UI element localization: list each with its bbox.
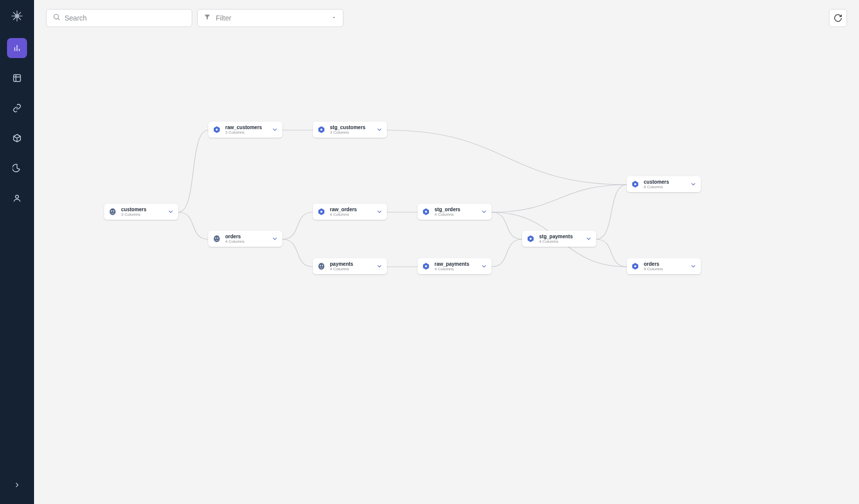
chevron-down-icon <box>331 14 337 23</box>
filter-dropdown[interactable]: Filter <box>197 9 343 27</box>
edge-orders_src-to-payments_src <box>282 239 313 267</box>
bigquery-icon <box>317 207 326 216</box>
sidebar-expand-button[interactable] <box>7 475 27 495</box>
svg-point-24 <box>530 238 532 240</box>
svg-point-17 <box>425 211 427 213</box>
node-title: raw_orders <box>330 207 376 212</box>
chevron-down-icon[interactable] <box>271 235 278 242</box>
node-title: raw_customers <box>225 125 271 130</box>
lineage-node-stg_payments[interactable]: stg_payments4 Columns <box>522 231 596 247</box>
nav-reports[interactable] <box>7 158 27 178</box>
node-title: payments <box>330 261 376 267</box>
lineage-canvas[interactable]: customers3 Columnsraw_customers3 Columns… <box>34 0 859 504</box>
node-title: customers <box>644 179 690 185</box>
sidebar <box>0 0 34 504</box>
nav-cube[interactable] <box>7 128 27 148</box>
chevron-down-icon[interactable] <box>481 208 488 215</box>
nav-tables[interactable] <box>7 68 27 88</box>
svg-point-2 <box>16 195 19 198</box>
chevron-down-icon[interactable] <box>376 126 383 133</box>
lineage-node-orders_out[interactable]: orders9 Columns <box>627 258 701 274</box>
lineage-node-raw_orders[interactable]: raw_orders4 Columns <box>313 204 387 220</box>
bigquery-icon <box>212 125 221 134</box>
node-title: orders <box>644 261 690 267</box>
edge-raw_payments-to-stg_payments <box>492 239 522 267</box>
edge-customers_src-to-raw_customers <box>178 130 208 212</box>
svg-point-13 <box>217 237 218 239</box>
node-title: stg_payments <box>539 234 585 239</box>
svg-rect-1 <box>14 75 21 82</box>
bigquery-icon <box>421 207 431 216</box>
node-subtitle: 8 Columns <box>644 185 690 189</box>
edges-layer <box>34 0 859 504</box>
edge-stg_customers-to-customers_out <box>387 130 627 185</box>
chevron-down-icon[interactable] <box>690 263 697 270</box>
node-subtitle: 4 Columns <box>330 267 376 271</box>
node-subtitle: 9 Columns <box>644 267 690 271</box>
nav-user[interactable] <box>7 188 27 208</box>
edge-stg_payments-to-customers_out <box>596 185 627 239</box>
bigquery-icon <box>631 180 640 189</box>
postgres-icon <box>317 262 326 271</box>
chevron-down-icon[interactable] <box>167 208 174 215</box>
chevron-down-icon[interactable] <box>690 181 697 188</box>
chevron-down-icon[interactable] <box>585 235 592 242</box>
chevron-down-icon[interactable] <box>271 126 278 133</box>
svg-point-22 <box>425 265 427 267</box>
svg-point-3 <box>54 15 59 19</box>
chevron-down-icon[interactable] <box>376 263 383 270</box>
postgres-icon <box>212 234 221 243</box>
svg-point-19 <box>320 265 321 266</box>
lineage-node-raw_payments[interactable]: raw_payments4 Columns <box>417 258 492 274</box>
svg-point-11 <box>214 235 220 242</box>
filter-icon <box>204 14 211 23</box>
filter-label: Filter <box>216 14 326 22</box>
edge-stg_orders-to-stg_payments <box>492 212 522 239</box>
search-box[interactable] <box>46 9 192 27</box>
bigquery-icon <box>421 262 431 271</box>
node-subtitle: 3 Columns <box>225 130 271 135</box>
svg-point-4 <box>110 208 116 215</box>
search-icon <box>53 13 61 23</box>
node-title: raw_payments <box>435 261 481 267</box>
svg-point-20 <box>322 265 323 266</box>
node-subtitle: 3 Columns <box>330 130 376 135</box>
nav-lineage[interactable] <box>7 38 27 58</box>
lineage-node-payments_src[interactable]: payments4 Columns <box>313 258 387 274</box>
bigquery-icon <box>317 125 326 134</box>
node-title: customers <box>121 207 167 212</box>
lineage-node-stg_orders[interactable]: stg_orders4 Columns <box>417 204 492 220</box>
svg-point-10 <box>320 129 322 131</box>
svg-point-15 <box>320 211 322 213</box>
node-subtitle: 3 Columns <box>121 212 167 217</box>
node-title: stg_orders <box>435 207 481 212</box>
svg-point-26 <box>634 183 636 185</box>
main-canvas-area: Filter customers3 Columnsraw_customers3 … <box>34 0 859 504</box>
lineage-node-orders_src[interactable]: orders4 Columns <box>208 231 282 247</box>
bigquery-icon <box>631 262 640 271</box>
nav-links[interactable] <box>7 98 27 118</box>
node-subtitle: 4 Columns <box>435 212 481 217</box>
chevron-down-icon[interactable] <box>481 263 488 270</box>
node-subtitle: 4 Columns <box>435 267 481 271</box>
topbar: Filter <box>46 9 847 27</box>
bigquery-icon <box>526 234 535 243</box>
lineage-node-customers_src[interactable]: customers3 Columns <box>104 204 178 220</box>
svg-point-28 <box>634 265 636 267</box>
node-title: stg_customers <box>330 125 376 130</box>
search-input[interactable] <box>65 14 186 22</box>
lineage-node-raw_customers[interactable]: raw_customers3 Columns <box>208 122 282 138</box>
node-subtitle: 4 Columns <box>539 239 585 244</box>
svg-point-18 <box>318 263 324 269</box>
svg-point-8 <box>216 129 218 131</box>
chevron-down-icon[interactable] <box>376 208 383 215</box>
lineage-node-customers_out[interactable]: customers8 Columns <box>627 176 701 192</box>
lineage-node-stg_customers[interactable]: stg_customers3 Columns <box>313 122 387 138</box>
edge-stg_payments-to-orders_out <box>596 239 627 267</box>
logo-icon <box>10 9 24 23</box>
refresh-button[interactable] <box>829 9 847 27</box>
svg-point-12 <box>215 237 216 239</box>
edge-orders_src-to-raw_orders <box>282 212 313 239</box>
edge-stg_orders-to-customers_out <box>492 185 627 212</box>
postgres-icon <box>108 207 117 216</box>
